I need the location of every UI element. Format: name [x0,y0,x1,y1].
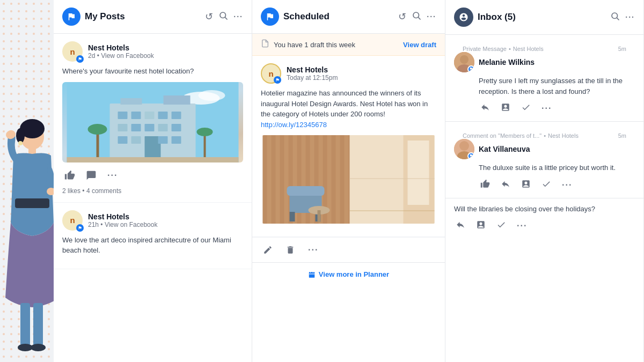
svg-rect-57 [287,186,325,196]
svg-rect-33 [158,136,168,144]
svg-rect-30 [118,136,128,144]
svg-rect-61 [318,210,321,222]
post1-avatar: n [62,41,83,62]
msg2-author: Kat Villaneuva [479,145,530,153]
svg-line-43 [419,17,421,19]
post-card-2: n Nest Hotels 21h • View on Facebook We … [54,203,252,269]
inbox-message-3: Will the libraries be closing over the h… [445,198,643,239]
msg3-actions: ··· [454,218,635,233]
scheduled-edit-actions: ··· [252,237,445,262]
msg3-assign-btn[interactable] [474,218,487,233]
msg1-actions: ··· [454,101,635,116]
inbox-panel: Inbox (5) ··· Private Message • Nest Hot… [445,0,644,362]
msg1-avatar-badge [467,65,474,72]
msg1-reply-btn[interactable] [479,101,492,116]
scheduled-more-btn[interactable]: ··· [306,243,320,257]
msg1-author: Melanie Wilkins [479,58,535,67]
msg2-avatar-badge [467,152,474,159]
post2-avatar: n [62,210,83,231]
scheduled-delete-btn[interactable] [283,243,297,257]
post1-stats: 2 likes • 4 comments [62,187,243,195]
msg2-reply-btn[interactable] [499,178,512,193]
msg1-time: 5m [618,46,626,52]
scheduled-actions: ↺ ··· [398,11,436,23]
inbox-body: Private Message • Nest Hotels 5m [445,35,643,362]
msg3-more-btn[interactable]: ··· [515,219,529,232]
scheduled-more-icon[interactable]: ··· [427,12,436,21]
post2-content: We love the art deco inspired architecut… [62,235,243,256]
svg-rect-46 [272,135,276,224]
view-more-planner[interactable]: View more in Planner [252,262,445,286]
scheduled-search-icon[interactable] [412,11,421,23]
draft-text: You have 1 draft this week [274,41,355,49]
svg-rect-26 [131,124,141,131]
svg-rect-24 [172,112,181,119]
myposts-search-icon[interactable] [218,11,228,23]
scheduled-edit-btn[interactable] [261,243,275,257]
svg-point-74 [460,55,469,64]
scheduled-post-1: n Nest Hotels Today at 12:15pm Hotelier … [252,56,445,237]
svg-rect-35 [121,98,142,105]
svg-point-71 [612,13,618,19]
myposts-body: n Nest Hotels 2d • View on Facebook Wher… [54,34,252,362]
msg2-type: Comment on "Members of t..." [463,132,541,139]
msg2-check-btn[interactable] [540,178,553,193]
svg-rect-37 [67,157,239,162]
msg2-like-btn[interactable] [479,178,492,193]
scheduled-icon [261,8,279,26]
view-draft-link[interactable]: View draft [403,41,436,49]
svg-rect-47 [280,135,284,224]
myposts-icon [62,8,80,26]
spost1-link[interactable]: http://ow.ly/12345678 [261,121,327,129]
svg-rect-67 [309,272,315,277]
msg2-brand: Nest Hotels [548,132,579,139]
svg-rect-27 [145,124,155,131]
svg-rect-25 [118,124,128,131]
scheduled-header: Scheduled ↺ ··· [252,0,445,34]
post1-more-btn[interactable]: ··· [105,168,120,182]
post1-image [62,82,243,162]
scheduled-refresh-icon[interactable]: ↺ [398,11,406,23]
svg-rect-23 [158,112,168,119]
msg1-assign-btn[interactable] [499,101,512,116]
inbox-more-icon[interactable]: ··· [625,13,635,21]
svg-point-18 [199,90,225,101]
svg-point-41 [197,128,213,136]
msg2-more-btn[interactable]: ··· [560,179,574,191]
post1-actions: ··· [62,168,243,183]
svg-rect-65 [350,178,435,179]
msg3-check-btn[interactable] [495,218,508,233]
spost1-time: Today at 12:15pm [287,74,436,82]
post1-comment-btn[interactable] [84,168,99,183]
svg-point-39 [88,124,107,135]
msg1-check-btn[interactable] [519,101,532,116]
myposts-title: My Posts [85,11,201,22]
svg-point-42 [413,12,419,18]
myposts-refresh-icon[interactable]: ↺ [205,11,213,23]
post1-like-btn[interactable] [62,168,77,183]
svg-rect-66 [350,210,435,211]
post2-meta: Nest Hotels 21h • View on Facebook [88,212,243,228]
msg2-avatar [454,139,474,159]
msg1-type: Private Message [463,46,507,52]
draft-banner-text: You have 1 draft this week [274,41,399,49]
myposts-more-icon[interactable]: ··· [233,12,243,21]
post1-author: Nest Hotels [88,43,243,52]
svg-rect-53 [332,135,336,224]
svg-rect-40 [204,133,206,157]
inbox-title: Inbox (5) [478,12,606,23]
msg3-reply-btn[interactable] [454,218,467,233]
inbox-header: Inbox (5) ··· [445,0,643,35]
msg2-content: The duluxe suite is a little pricey but … [454,162,635,173]
draft-icon [261,39,269,50]
svg-rect-36 [164,95,191,105]
post1-time: 2d • View on Facebook [88,52,243,60]
msg3-content: Will the libraries be closing over the h… [454,204,635,215]
msg2-assign-btn[interactable] [519,178,532,193]
post-card-1: n Nest Hotels 2d • View on Facebook Wher… [54,34,252,203]
svg-rect-64 [408,141,429,205]
post2-time: 21h • View on Facebook [88,221,243,228]
msg1-more-btn[interactable]: ··· [540,102,553,115]
inbox-search-icon[interactable] [610,11,620,23]
spost1-avatar: n [261,63,281,84]
